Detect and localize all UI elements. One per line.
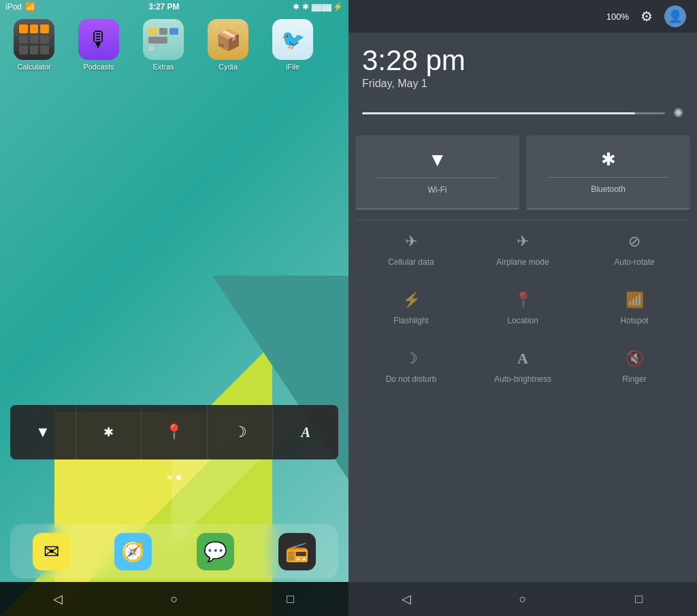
bluetooth-status-icon: ✱ xyxy=(293,2,299,12)
dot-2 xyxy=(176,475,181,480)
qc-wifi-button[interactable]: ▼ xyxy=(10,405,76,459)
calc-btn-9 xyxy=(40,46,49,54)
carrier-label: iPod xyxy=(5,2,22,12)
qc-dnd-icon: ☽ xyxy=(233,423,247,441)
airplane-toggle[interactable]: ✈ Airplane mode xyxy=(467,221,579,279)
cydia-icon-img: 📦 xyxy=(208,19,248,60)
brightness-slider[interactable] xyxy=(362,112,665,114)
bluetooth-divider xyxy=(548,177,668,178)
dock-messages[interactable]: 💬 xyxy=(197,533,234,570)
app-ifile[interactable]: 🐦 iFile xyxy=(265,19,320,71)
flashlight-toggle[interactable]: ⚡ Flashlight xyxy=(355,279,467,338)
qc-bluetooth-button[interactable]: ✱ xyxy=(76,405,142,459)
home-button[interactable]: ○ xyxy=(161,585,188,613)
ifile-glyph: 🐦 xyxy=(281,29,305,51)
app-grid: Calculator 🎙 Podcasts Extras xyxy=(7,19,342,71)
calc-btn-5 xyxy=(30,35,39,44)
cellular-icon: ✈ xyxy=(405,233,417,250)
autobrightness-label: Auto-brightness xyxy=(494,374,551,384)
back-button[interactable]: ◁ xyxy=(44,585,71,613)
app-cydia[interactable]: 📦 Cydia xyxy=(201,19,255,71)
recent-button[interactable]: □ xyxy=(277,585,304,613)
calc-btn-1 xyxy=(19,25,28,33)
cellular-label: Cellular data xyxy=(388,257,434,267)
calculator-label: Calculator xyxy=(17,63,51,71)
calc-btn-7 xyxy=(19,46,28,54)
airplane-label: Airplane mode xyxy=(496,257,549,267)
autorotate-toggle[interactable]: ⊘ Auto-rotate xyxy=(579,221,690,279)
battery-display: ▓▓▓▓ ⚡ xyxy=(312,2,343,12)
mail-icon: ✉ xyxy=(44,540,59,563)
messages-icon: 💬 xyxy=(204,540,227,563)
dot-1 xyxy=(167,475,172,480)
app-calculator[interactable]: Calculator xyxy=(7,19,61,71)
airplane-icon: ✈ xyxy=(517,233,529,250)
battery-percentage: 100% xyxy=(606,12,629,22)
app-podcasts[interactable]: 🎙 Podcasts xyxy=(71,19,126,71)
cydia-glyph: 📦 xyxy=(216,28,241,52)
calc-grid xyxy=(14,19,54,60)
wifi-toggle-label: Wi-Fi xyxy=(428,185,447,195)
qc-location-button[interactable]: 📍 xyxy=(142,405,208,459)
wifi-icon: 📶 xyxy=(25,2,35,12)
autorotate-icon: ⊘ xyxy=(628,233,641,250)
flashlight-label: Flashlight xyxy=(393,316,428,325)
status-time: 3:27 PM xyxy=(148,2,179,12)
android-back-button[interactable]: ◁ xyxy=(393,585,420,613)
safari-icon: 🧭 xyxy=(121,540,145,563)
extras-label: Extras xyxy=(152,63,174,71)
home-icon: ○ xyxy=(171,592,178,606)
battery-indicator: ▓▓▓▓ xyxy=(312,3,331,11)
toggle-section: ▼ Wi-Fi ✱ Bluetooth ✈ Cellular data ✈ Ai… xyxy=(348,129,697,403)
brightness-max-icon: ✺ xyxy=(673,106,683,120)
date-display: Friday, May 1 xyxy=(362,78,683,90)
calc-btn-2 xyxy=(30,25,39,33)
status-right: ✱ ✱ ▓▓▓▓ ⚡ xyxy=(293,2,343,12)
calc-btn-4 xyxy=(19,35,28,44)
dock-boombox[interactable]: 📻 xyxy=(278,533,316,570)
android-screen: 100% ⚙ 👤 3:28 pm Friday, May 1 ✺ ▼ Wi-Fi… xyxy=(348,0,697,616)
small-toggles-grid: ✈ Cellular data ✈ Airplane mode ⊘ Auto-r… xyxy=(348,221,697,396)
quick-controls-bar: ▼ ✱ 📍 ☽ A xyxy=(10,405,338,459)
podcasts-icon-img: 🎙 xyxy=(78,19,119,60)
location-toggle[interactable]: 📍 Location xyxy=(467,279,579,338)
qc-location-icon: 📍 xyxy=(165,423,183,441)
android-recent-button[interactable]: □ xyxy=(626,585,653,613)
hotspot-icon: 📶 xyxy=(626,291,644,309)
dock-mail[interactable]: ✉ xyxy=(33,533,70,570)
location-icon: 📍 xyxy=(514,291,532,309)
podcasts-label: Podcasts xyxy=(83,63,114,71)
ifile-label: iFile xyxy=(286,63,299,71)
qc-brightness-button[interactable]: A xyxy=(273,405,338,459)
page-indicators xyxy=(167,475,181,480)
brightness-section: ✺ xyxy=(348,100,697,129)
wifi-toggle[interactable]: ▼ Wi-Fi xyxy=(355,135,519,210)
recent-icon: □ xyxy=(287,592,294,606)
ios-dock: ✉ 🧭 💬 📻 xyxy=(10,524,338,579)
dock-safari[interactable]: 🧭 xyxy=(114,533,152,570)
time-section: 3:28 pm Friday, May 1 xyxy=(348,33,697,100)
settings-button[interactable]: ⚙ xyxy=(637,7,656,26)
autobrightness-icon: A xyxy=(517,350,528,368)
ios-nav-bar: ◁ ○ □ xyxy=(0,582,348,616)
location-label: Location xyxy=(507,316,538,325)
account-button[interactable]: 👤 xyxy=(664,5,686,27)
cydia-label: Cydia xyxy=(218,63,238,71)
android-status-bar: 100% ⚙ 👤 xyxy=(348,0,697,33)
hotspot-toggle[interactable]: 📶 Hotspot xyxy=(579,279,690,338)
podcasts-glyph: 🎙 xyxy=(88,27,110,52)
ringer-toggle[interactable]: 🔇 Ringer xyxy=(579,338,690,396)
qc-dnd-button[interactable]: ☽ xyxy=(208,405,274,459)
app-extras[interactable]: Extras xyxy=(136,19,191,71)
ios-status-bar: iPod 📶 3:27 PM ✱ ✱ ▓▓▓▓ ⚡ xyxy=(0,0,348,14)
qc-wifi-icon: ▼ xyxy=(35,423,50,441)
dnd-toggle[interactable]: ☽ Do not disturb xyxy=(355,338,467,396)
account-person-icon: 👤 xyxy=(668,9,683,24)
bluetooth-toggle[interactable]: ✱ Bluetooth xyxy=(526,135,690,210)
settings-gear-icon: ⚙ xyxy=(641,8,653,25)
cellular-toggle[interactable]: ✈ Cellular data xyxy=(355,221,467,279)
android-home-button[interactable]: ○ xyxy=(509,585,536,613)
autobrightness-toggle[interactable]: A Auto-brightness xyxy=(467,338,579,396)
ifile-icon-img: 🐦 xyxy=(272,19,313,60)
hotspot-label: Hotspot xyxy=(620,316,648,325)
